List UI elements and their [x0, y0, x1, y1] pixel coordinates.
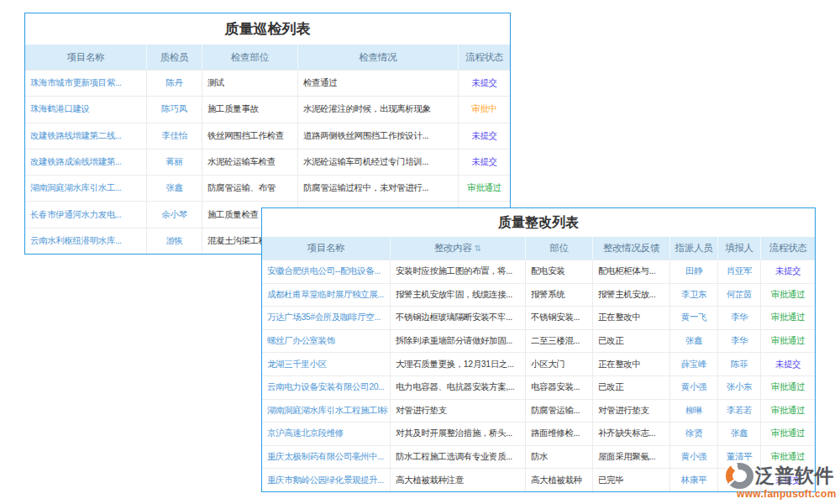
project-link[interactable]: 改建铁路线增建第二线...: [30, 130, 122, 142]
part-cell: 测试: [202, 71, 298, 96]
inspector-link[interactable]: 李佳怡: [161, 130, 186, 142]
status-badge: 未提交: [775, 265, 801, 277]
rectification-table-row[interactable]: 成都杜甫草堂临时展厅独立展... 报警主机安放牢固，线缆连接... 报警系统 报…: [262, 283, 815, 307]
project-link[interactable]: 珠海鹤港口建设: [30, 103, 90, 115]
assignee-link[interactable]: 柳琳: [685, 405, 702, 417]
project-link[interactable]: 万达广场35#会所及咖啡厅空...: [267, 312, 381, 323]
reporter-link[interactable]: 陈菲: [731, 359, 748, 370]
project-link[interactable]: 湖南洞庭湖水库引水工...: [30, 182, 122, 194]
project-link[interactable]: 重庆市鹅岭公园绿化景观提升...: [267, 475, 384, 486]
part-cell: 电容器安装...: [526, 376, 593, 399]
column-header-feedback: 整改情况反馈: [593, 237, 670, 260]
reporter-link[interactable]: 董清平: [727, 451, 752, 463]
reporter-link[interactable]: 李华: [731, 312, 748, 323]
content-cell: 对管进行垫支: [391, 400, 526, 423]
column-header-content[interactable]: 整改内容⇅: [391, 237, 526, 260]
column-header-result: 检查情况: [298, 45, 459, 70]
inspection-table-row[interactable]: 改建铁路线增建第二线... 李佳怡 铁丝网围挡工作检查 道路两侧铁丝网围挡工作按…: [25, 123, 510, 149]
inspector-link[interactable]: 张鑫: [165, 182, 182, 194]
assignee-link[interactable]: 黄小强: [681, 381, 706, 393]
sort-icon[interactable]: ⇅: [475, 244, 481, 253]
inspector-link[interactable]: 游恢: [165, 235, 182, 247]
part-cell: 防腐管运输、布管: [202, 176, 298, 201]
feedback-cell: 已完毕: [593, 469, 670, 491]
inspection-table-row[interactable]: 珠海市城市更新项目紫... 陈丹 测试 检查通过 未提交: [25, 70, 510, 96]
project-link[interactable]: 安徽合肥供电公司--配电设备...: [267, 265, 381, 277]
assignee-link[interactable]: 张鑫: [685, 335, 702, 347]
rectification-table-row[interactable]: 螺丝厂办公室装饰 拆除到承重墙部分请做好加固... 二至三楼混... 已改正 张…: [262, 329, 815, 353]
inspection-table-row[interactable]: 湖南洞庭湖水库引水工... 张鑫 防腐管运输、布管 防腐管运输过程中，未对管进行…: [25, 175, 510, 201]
status-badge: 审批通过: [771, 451, 805, 463]
rectification-table-body: 安徽合肥供电公司--配电设备... 安装时应按施工图的布置，将... 配电安装 …: [262, 260, 815, 491]
part-cell: 防水: [526, 446, 593, 469]
assignee-link[interactable]: 徐贤: [685, 428, 702, 439]
feedback-cell: 报警主机安放...: [593, 284, 670, 307]
column-header-status: 流程状态: [761, 237, 815, 260]
part-cell: 不锈钢安装...: [526, 307, 593, 329]
status-badge: 审批通过: [467, 182, 501, 194]
content-cell: 对其及时开展整治措施，桥头...: [391, 423, 526, 445]
inspection-list-title: 质量巡检列表: [25, 13, 510, 45]
result-cell: 道路两侧铁丝网围挡工作按设计...: [298, 123, 459, 149]
reporter-link[interactable]: 何芷茵: [727, 289, 752, 301]
project-link[interactable]: 长春市伊通河水力发电...: [30, 209, 122, 221]
rectification-table-row[interactable]: 京沪高速北京段维修 对其及时开展整治措施，桥头... 路面维修检... 补齐缺失…: [262, 422, 815, 445]
feedback-cell: 屋面采用聚氨...: [593, 446, 670, 469]
rectification-list-panel: 质量整改列表 项目名称 整改内容⇅ 部位 整改情况反馈 指派人员 填报人 流程状…: [261, 207, 816, 492]
assignee-link[interactable]: 黄小强: [681, 451, 706, 463]
status-badge: 未提交: [471, 156, 496, 168]
assignee-link[interactable]: 薛宝峰: [681, 359, 706, 370]
content-cell: 大理石质量更换，12月31日之...: [391, 353, 526, 375]
project-link[interactable]: 京沪高速北京段维修: [267, 428, 344, 439]
part-cell: 铁丝网围挡工作检查: [202, 123, 298, 149]
reporter-link[interactable]: 张鑫: [731, 428, 748, 439]
project-link[interactable]: 改建铁路成渝线增建第...: [30, 156, 122, 168]
inspection-table-row[interactable]: 改建铁路成渝线增建第... 蒋丽 水泥砼运输车检查 水泥砼运输车司机经过专门培训…: [25, 149, 510, 175]
assignee-link[interactable]: 黄一飞: [681, 312, 706, 323]
part-cell: 配电安装: [526, 260, 593, 283]
reporter-link[interactable]: 李若若: [727, 405, 752, 417]
inspector-link[interactable]: 陈巧凤: [161, 103, 186, 115]
assignee-link[interactable]: 李卫东: [681, 289, 706, 301]
project-link[interactable]: 龙湖三千里小区: [267, 359, 327, 370]
status-badge: 未提交: [471, 130, 496, 142]
assignee-link[interactable]: 田静: [685, 265, 702, 277]
project-link[interactable]: 云南水利枢纽潜明水库...: [30, 235, 122, 247]
part-cell: 施工质量事故: [202, 97, 298, 122]
part-cell: 路面维修检...: [526, 423, 593, 445]
part-cell: 水泥砼运输车检查: [202, 150, 298, 175]
project-link[interactable]: 湖南洞庭湖水库引水工程施工I标: [267, 405, 388, 417]
rectification-table-row[interactable]: 安徽合肥供电公司--配电设备... 安装时应按施工图的布置，将... 配电安装 …: [262, 260, 815, 283]
feedback-cell: 已改正: [593, 376, 670, 399]
rectification-table-row[interactable]: 云南电力设备安装有限公司20... 电力电容器、电抗器安装方案,... 电容器安…: [262, 375, 815, 399]
reporter-link[interactable]: 李华: [731, 335, 748, 347]
inspection-table-header: 项目名称 质检员 检查部位 检查情况 流程状态: [25, 45, 510, 70]
rectification-table-row[interactable]: 湖南洞庭湖水库引水工程施工I标 对管进行垫支 防腐管运输... 对管进行垫支 柳…: [262, 399, 815, 423]
inspector-link[interactable]: 蒋丽: [165, 156, 182, 168]
rectification-table-row[interactable]: 万达广场35#会所及咖啡厅空... 不锈钢边框玻璃隔断安装不牢... 不锈钢安装…: [262, 306, 815, 329]
content-cell: 安装时应按施工图的布置，将...: [391, 260, 526, 283]
content-cell: 电力电容器、电抗器安装方案,...: [391, 376, 526, 399]
project-link[interactable]: 珠海市城市更新项目紫...: [30, 77, 122, 89]
project-link[interactable]: 云南电力设备安装有限公司20...: [267, 381, 385, 393]
content-cell: 防水工程施工选调有专业资质...: [391, 446, 526, 469]
project-link[interactable]: 成都杜甫草堂临时展厅独立展...: [267, 289, 384, 301]
inspector-link[interactable]: 余小琴: [161, 209, 186, 221]
column-header-reporter: 填报人: [718, 237, 761, 260]
part-cell: 防腐管运输...: [526, 400, 593, 423]
reporter-link[interactable]: 肖亚军: [727, 265, 752, 277]
assignee-link[interactable]: 林康平: [681, 475, 706, 486]
part-cell: 小区大门: [526, 353, 593, 375]
project-link[interactable]: 螺丝厂办公室装饰: [267, 335, 335, 347]
part-cell: 高大植被栽种: [526, 469, 593, 491]
status-badge: 审批中: [471, 103, 496, 115]
rectification-table-row[interactable]: 龙湖三千里小区 大理石质量更换，12月31日之... 小区大门 正在整改中 薛宝…: [262, 352, 815, 375]
fanpu-logo-text: 泛普软件: [755, 463, 834, 489]
fanpu-logo-url: www.fanpusoft.com: [737, 488, 840, 500]
inspection-table-row[interactable]: 珠海鹤港口建设 陈巧凤 施工质量事故 水泥砼灌注的时候，出现离析现象 审批中: [25, 96, 510, 122]
project-link[interactable]: 重庆太极制药有限公司亳州中...: [267, 451, 384, 463]
inspector-link[interactable]: 陈丹: [165, 77, 182, 89]
content-cell: 不锈钢边框玻璃隔断安装不牢...: [391, 307, 526, 329]
reporter-link[interactable]: 张小东: [727, 381, 752, 393]
part-cell: 报警系统: [526, 284, 593, 307]
